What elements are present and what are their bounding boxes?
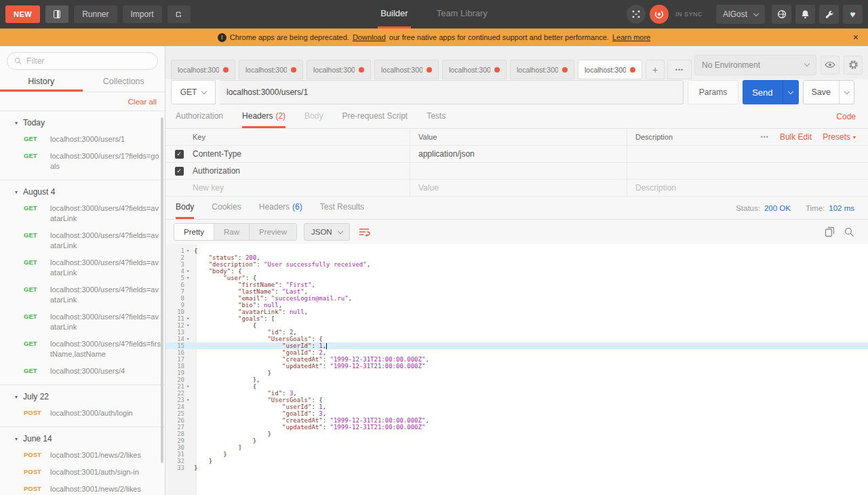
params-button[interactable]: Params — [688, 80, 738, 104]
tab-pre-request-script[interactable]: Pre-request Script — [342, 105, 408, 128]
history-item[interactable]: GETlocalhost:3000/users/4 — [0, 363, 165, 380]
history-item[interactable]: GETlocalhost:3000/users/4?fields=firstNa… — [0, 336, 165, 363]
code-line[interactable]: 19 } — [165, 370, 868, 376]
environment-select[interactable]: No Environment — [694, 55, 816, 75]
proxy-button[interactable] — [627, 5, 646, 24]
history-item[interactable]: GETlocalhost:3000/users/4?fields=avatarL… — [0, 254, 165, 281]
clear-all-link[interactable]: Clear all — [128, 98, 157, 106]
tab-history[interactable]: History — [0, 73, 83, 92]
response-tab-body[interactable]: Body — [176, 197, 194, 219]
explore-button[interactable] — [772, 5, 791, 24]
save-button[interactable]: Save — [804, 81, 840, 104]
code-line[interactable]: 15 "userId": 1, — [165, 342, 868, 349]
layout-toggle-button[interactable] — [45, 5, 68, 23]
code-line[interactable]: 6 "firstName": "First", — [165, 281, 868, 288]
code-line[interactable]: 1▾{ — [165, 248, 868, 254]
view-raw-button[interactable]: Raw — [214, 224, 250, 240]
response-tab-headers[interactable]: Headers(6) — [259, 197, 302, 219]
code-line[interactable]: 2 "status": 200, — [165, 254, 868, 261]
response-body-viewer[interactable]: 1▾{2 "status": 200,3 "description": "Use… — [165, 244, 868, 495]
code-line[interactable]: 21▾ { — [165, 383, 868, 390]
environment-settings-button[interactable] — [844, 56, 863, 75]
filter-input[interactable] — [26, 56, 151, 66]
code-line[interactable]: 13 "id": 2, — [165, 329, 868, 336]
code-line[interactable]: 32 } — [165, 458, 868, 464]
request-tab[interactable]: localhost:3001/ — [442, 60, 507, 79]
fold-arrow-icon[interactable]: ▾ — [184, 383, 194, 390]
code-line[interactable]: 28 } — [165, 431, 868, 437]
learn-more-link[interactable]: Learn more — [612, 33, 650, 41]
checkbox[interactable]: ✓ — [175, 150, 184, 159]
banner-close-button[interactable]: × — [849, 28, 863, 46]
send-options-button[interactable] — [783, 80, 799, 104]
fold-arrow-icon[interactable]: ▾ — [184, 322, 194, 329]
runner-button[interactable]: Runner — [74, 5, 117, 23]
fold-arrow-icon[interactable]: ▾ — [184, 397, 194, 403]
code-line[interactable]: 16 "goalId": 2, — [165, 349, 868, 356]
code-line[interactable]: 30 ] — [165, 444, 868, 451]
fold-arrow-icon[interactable]: ▾ — [184, 248, 194, 254]
history-item[interactable]: GETlocalhost:3000/users/4?fields=avatarL… — [0, 281, 165, 309]
presets-dropdown[interactable]: Presets ▾ — [823, 132, 856, 142]
request-tab[interactable]: localhost:3000/ — [578, 60, 642, 79]
view-pretty-button[interactable]: Pretty — [174, 224, 214, 240]
new-window-button[interactable] — [167, 5, 191, 23]
code-line[interactable]: 23▾ "UsersGoals": { — [165, 397, 868, 403]
code-line[interactable]: 7 "lastName": "Last", — [165, 288, 868, 295]
method-select[interactable]: GET — [171, 80, 216, 104]
tab-authorization[interactable]: Authorization — [176, 105, 223, 128]
history-item[interactable]: GETlocalhost:3000/users/4?fields=avatarL… — [0, 200, 165, 227]
format-select[interactable]: JSON — [304, 223, 350, 241]
notifications-button[interactable] — [795, 5, 815, 24]
code-line[interactable]: 24 "userId": 1, — [165, 403, 868, 410]
save-options-button[interactable] — [839, 81, 854, 104]
search-response-button[interactable] — [844, 227, 854, 237]
favorites-button[interactable]: ♥ — [843, 5, 863, 24]
more-options-icon[interactable]: ••• — [760, 134, 768, 140]
header-key[interactable]: Content-Type — [193, 149, 410, 159]
checkbox[interactable]: ✓ — [175, 167, 184, 176]
header-description[interactable] — [627, 163, 868, 179]
url-input[interactable] — [226, 87, 676, 97]
history-item[interactable]: GETlocalhost:3000/users/1 — [0, 131, 165, 148]
code-line[interactable]: 9 "bio": null, — [165, 302, 868, 309]
copy-button[interactable] — [825, 226, 835, 237]
new-value-input[interactable]: Value — [410, 180, 627, 196]
fold-arrow-icon[interactable]: ▾ — [184, 275, 194, 281]
request-tab[interactable]: localhost:3001/ — [510, 60, 574, 79]
code-line[interactable]: 17 "createdAt": "1999-12-31T21:00:00.000… — [165, 356, 868, 363]
tab-body[interactable]: Body — [304, 105, 323, 128]
code-line[interactable]: 20 }, — [165, 376, 868, 383]
code-line[interactable]: 26 "createdAt": "1999-12-31T21:00:00.000… — [165, 417, 868, 424]
fold-arrow-icon[interactable]: ▾ — [184, 336, 194, 342]
code-line[interactable]: 11▾ "goals": [ — [165, 315, 868, 322]
code-line[interactable]: 3 "description": "User successfully rece… — [165, 261, 868, 268]
request-tab[interactable]: localhost:3001/ — [307, 60, 371, 79]
history-item[interactable]: GETlocalhost:3000/users/1?fields=goals — [0, 148, 165, 175]
sidebar-scrollbar[interactable] — [161, 117, 163, 463]
code-line[interactable]: 18 "updatedAt": "1999-12-31T21:00:00.000… — [165, 363, 868, 370]
tab-team-library[interactable]: Team Library — [434, 0, 490, 28]
history-group-header[interactable]: ▾June 14 — [0, 431, 165, 447]
history-item[interactable]: POSTlocalhost:3001/news/2/likes — [0, 447, 165, 464]
settings-tools-button[interactable] — [819, 5, 839, 24]
code-line[interactable]: 4▾ "body": { — [165, 268, 868, 275]
header-description[interactable] — [627, 146, 868, 162]
tab-headers[interactable]: Headers(2) — [242, 105, 285, 128]
tab-tests[interactable]: Tests — [427, 105, 446, 128]
header-key[interactable]: Authorization — [193, 166, 410, 176]
tab-collections[interactable]: Collections — [83, 73, 165, 92]
response-tab-test-results[interactable]: Test Results — [320, 197, 364, 219]
history-item[interactable]: GETlocalhost:3000/users/4?fields=avatarL… — [0, 309, 165, 336]
more-tabs-button[interactable]: ••• — [667, 60, 692, 79]
new-button[interactable]: NEW — [5, 5, 40, 23]
history-item[interactable]: POSTlocalhost:3001/auth/sign-in — [0, 464, 165, 481]
code-line[interactable]: 8 "email": "succesLogin@mail.ru", — [165, 295, 868, 302]
new-description-input[interactable]: Description — [627, 180, 868, 196]
history-item[interactable]: POSTlocalhost:3000/auth/login — [0, 405, 165, 422]
history-item[interactable]: GETlocalhost:3000/users/4?fields=avatarL… — [0, 227, 165, 254]
history-group-header[interactable]: ▾August 4 — [0, 184, 165, 200]
code-line[interactable]: 29 } — [165, 437, 868, 444]
request-tab[interactable]: localhost:3001/ — [171, 60, 235, 79]
code-line[interactable]: 27 "updatedAt": "1999-12-31T21:00:00.000… — [165, 424, 868, 431]
